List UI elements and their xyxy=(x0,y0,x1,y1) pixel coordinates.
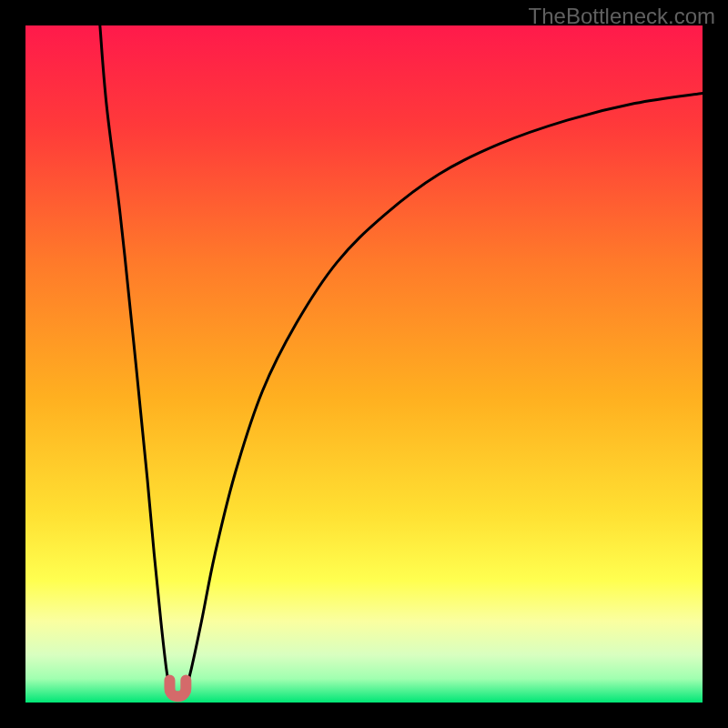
plot-background xyxy=(25,25,703,703)
chart-frame: TheBottleneck.com xyxy=(0,0,728,728)
bottleneck-chart xyxy=(25,25,703,703)
watermark-text: TheBottleneck.com xyxy=(529,4,715,29)
